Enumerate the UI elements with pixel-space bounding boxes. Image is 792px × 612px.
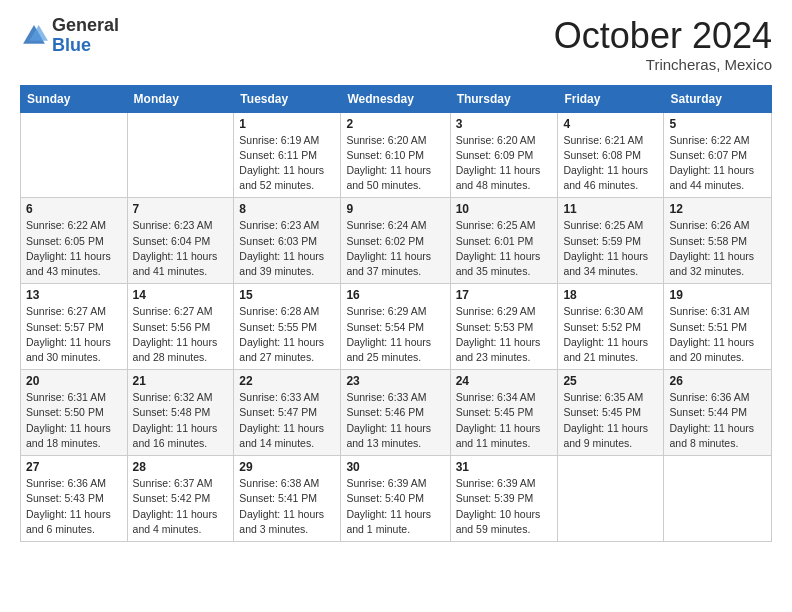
day-number: 4 [563,117,658,131]
calendar-cell: 30Sunrise: 6:39 AM Sunset: 5:40 PM Dayli… [341,456,450,542]
day-number: 1 [239,117,335,131]
calendar-week-row: 1Sunrise: 6:19 AM Sunset: 6:11 PM Daylig… [21,112,772,198]
calendar-table: Sunday Monday Tuesday Wednesday Thursday… [20,85,772,542]
calendar-cell: 23Sunrise: 6:33 AM Sunset: 5:46 PM Dayli… [341,370,450,456]
calendar-cell: 16Sunrise: 6:29 AM Sunset: 5:54 PM Dayli… [341,284,450,370]
calendar-cell: 15Sunrise: 6:28 AM Sunset: 5:55 PM Dayli… [234,284,341,370]
day-info: Sunrise: 6:33 AM Sunset: 5:47 PM Dayligh… [239,390,335,451]
calendar-cell: 18Sunrise: 6:30 AM Sunset: 5:52 PM Dayli… [558,284,664,370]
day-number: 5 [669,117,766,131]
col-sunday: Sunday [21,85,128,112]
calendar-cell: 20Sunrise: 6:31 AM Sunset: 5:50 PM Dayli… [21,370,128,456]
day-number: 14 [133,288,229,302]
day-info: Sunrise: 6:38 AM Sunset: 5:41 PM Dayligh… [239,476,335,537]
day-number: 30 [346,460,444,474]
logo-text: General Blue [52,16,119,56]
day-info: Sunrise: 6:36 AM Sunset: 5:44 PM Dayligh… [669,390,766,451]
day-info: Sunrise: 6:20 AM Sunset: 6:09 PM Dayligh… [456,133,553,194]
logo-general-text: General [52,16,119,36]
day-info: Sunrise: 6:27 AM Sunset: 5:56 PM Dayligh… [133,304,229,365]
day-number: 26 [669,374,766,388]
day-number: 6 [26,202,122,216]
calendar-cell [127,112,234,198]
day-info: Sunrise: 6:36 AM Sunset: 5:43 PM Dayligh… [26,476,122,537]
day-number: 21 [133,374,229,388]
day-info: Sunrise: 6:21 AM Sunset: 6:08 PM Dayligh… [563,133,658,194]
col-thursday: Thursday [450,85,558,112]
calendar-cell: 29Sunrise: 6:38 AM Sunset: 5:41 PM Dayli… [234,456,341,542]
day-number: 29 [239,460,335,474]
day-info: Sunrise: 6:31 AM Sunset: 5:51 PM Dayligh… [669,304,766,365]
day-number: 11 [563,202,658,216]
day-info: Sunrise: 6:28 AM Sunset: 5:55 PM Dayligh… [239,304,335,365]
calendar-week-row: 20Sunrise: 6:31 AM Sunset: 5:50 PM Dayli… [21,370,772,456]
month-title: October 2024 [554,16,772,56]
col-wednesday: Wednesday [341,85,450,112]
day-number: 20 [26,374,122,388]
day-number: 25 [563,374,658,388]
day-info: Sunrise: 6:19 AM Sunset: 6:11 PM Dayligh… [239,133,335,194]
header: General Blue October 2024 Trincheras, Me… [20,16,772,73]
day-info: Sunrise: 6:29 AM Sunset: 5:54 PM Dayligh… [346,304,444,365]
day-info: Sunrise: 6:39 AM Sunset: 5:39 PM Dayligh… [456,476,553,537]
calendar-cell: 28Sunrise: 6:37 AM Sunset: 5:42 PM Dayli… [127,456,234,542]
calendar-cell: 17Sunrise: 6:29 AM Sunset: 5:53 PM Dayli… [450,284,558,370]
day-number: 19 [669,288,766,302]
day-info: Sunrise: 6:32 AM Sunset: 5:48 PM Dayligh… [133,390,229,451]
col-saturday: Saturday [664,85,772,112]
page: General Blue October 2024 Trincheras, Me… [0,0,792,612]
day-info: Sunrise: 6:20 AM Sunset: 6:10 PM Dayligh… [346,133,444,194]
day-number: 22 [239,374,335,388]
day-info: Sunrise: 6:26 AM Sunset: 5:58 PM Dayligh… [669,218,766,279]
day-info: Sunrise: 6:34 AM Sunset: 5:45 PM Dayligh… [456,390,553,451]
day-info: Sunrise: 6:27 AM Sunset: 5:57 PM Dayligh… [26,304,122,365]
calendar-cell: 10Sunrise: 6:25 AM Sunset: 6:01 PM Dayli… [450,198,558,284]
calendar-cell: 12Sunrise: 6:26 AM Sunset: 5:58 PM Dayli… [664,198,772,284]
day-number: 16 [346,288,444,302]
day-number: 31 [456,460,553,474]
day-number: 12 [669,202,766,216]
calendar-cell: 31Sunrise: 6:39 AM Sunset: 5:39 PM Dayli… [450,456,558,542]
day-info: Sunrise: 6:33 AM Sunset: 5:46 PM Dayligh… [346,390,444,451]
calendar-week-row: 27Sunrise: 6:36 AM Sunset: 5:43 PM Dayli… [21,456,772,542]
day-number: 2 [346,117,444,131]
day-number: 13 [26,288,122,302]
calendar-cell: 5Sunrise: 6:22 AM Sunset: 6:07 PM Daylig… [664,112,772,198]
calendar-cell: 9Sunrise: 6:24 AM Sunset: 6:02 PM Daylig… [341,198,450,284]
location: Trincheras, Mexico [554,56,772,73]
day-number: 23 [346,374,444,388]
col-friday: Friday [558,85,664,112]
calendar-cell: 4Sunrise: 6:21 AM Sunset: 6:08 PM Daylig… [558,112,664,198]
day-number: 15 [239,288,335,302]
day-number: 27 [26,460,122,474]
day-info: Sunrise: 6:22 AM Sunset: 6:07 PM Dayligh… [669,133,766,194]
day-number: 8 [239,202,335,216]
calendar-cell: 7Sunrise: 6:23 AM Sunset: 6:04 PM Daylig… [127,198,234,284]
calendar-cell: 2Sunrise: 6:20 AM Sunset: 6:10 PM Daylig… [341,112,450,198]
day-info: Sunrise: 6:39 AM Sunset: 5:40 PM Dayligh… [346,476,444,537]
day-number: 28 [133,460,229,474]
day-number: 17 [456,288,553,302]
day-info: Sunrise: 6:35 AM Sunset: 5:45 PM Dayligh… [563,390,658,451]
calendar-cell: 11Sunrise: 6:25 AM Sunset: 5:59 PM Dayli… [558,198,664,284]
title-block: October 2024 Trincheras, Mexico [554,16,772,73]
calendar-cell: 14Sunrise: 6:27 AM Sunset: 5:56 PM Dayli… [127,284,234,370]
day-info: Sunrise: 6:23 AM Sunset: 6:04 PM Dayligh… [133,218,229,279]
calendar-cell: 6Sunrise: 6:22 AM Sunset: 6:05 PM Daylig… [21,198,128,284]
calendar-cell: 8Sunrise: 6:23 AM Sunset: 6:03 PM Daylig… [234,198,341,284]
day-info: Sunrise: 6:25 AM Sunset: 5:59 PM Dayligh… [563,218,658,279]
calendar-cell: 19Sunrise: 6:31 AM Sunset: 5:51 PM Dayli… [664,284,772,370]
day-info: Sunrise: 6:29 AM Sunset: 5:53 PM Dayligh… [456,304,553,365]
calendar-week-row: 6Sunrise: 6:22 AM Sunset: 6:05 PM Daylig… [21,198,772,284]
day-info: Sunrise: 6:37 AM Sunset: 5:42 PM Dayligh… [133,476,229,537]
calendar-cell: 27Sunrise: 6:36 AM Sunset: 5:43 PM Dayli… [21,456,128,542]
calendar-cell: 24Sunrise: 6:34 AM Sunset: 5:45 PM Dayli… [450,370,558,456]
calendar-cell: 1Sunrise: 6:19 AM Sunset: 6:11 PM Daylig… [234,112,341,198]
day-number: 18 [563,288,658,302]
logo-icon [20,22,48,50]
day-info: Sunrise: 6:31 AM Sunset: 5:50 PM Dayligh… [26,390,122,451]
col-tuesday: Tuesday [234,85,341,112]
day-info: Sunrise: 6:25 AM Sunset: 6:01 PM Dayligh… [456,218,553,279]
calendar-cell [664,456,772,542]
calendar-cell: 21Sunrise: 6:32 AM Sunset: 5:48 PM Dayli… [127,370,234,456]
